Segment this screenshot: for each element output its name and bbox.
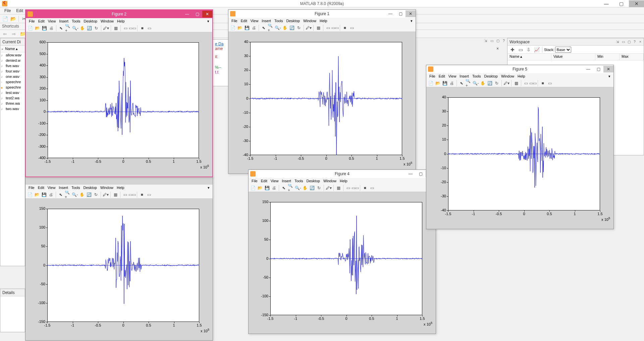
menu-tools[interactable]: Tools: [293, 179, 305, 183]
toolbar-icon[interactable]: 🖨: [448, 80, 455, 87]
file-row[interactable]: allow.wav: [0, 52, 25, 58]
toolbar-icon[interactable]: ■: [341, 25, 348, 31]
menu-edit[interactable]: Edit: [437, 74, 447, 78]
toolbar-icon[interactable]: 📄: [27, 25, 34, 32]
toolbar-icon[interactable]: ⬉: [260, 25, 267, 31]
toolbar-icon[interactable]: 🔍+: [65, 25, 71, 32]
toolbar-icon[interactable]: 💾: [264, 185, 270, 191]
menu-file[interactable]: File: [27, 186, 36, 190]
menu-help[interactable]: Help: [318, 19, 329, 23]
toolbar-icon[interactable]: 💾: [41, 191, 47, 198]
new-var-icon[interactable]: ✚: [509, 46, 516, 53]
close-button[interactable]: ✕: [603, 66, 613, 72]
menu-window[interactable]: Window: [99, 19, 115, 23]
toolbar-icon[interactable]: 🖉▾: [102, 191, 109, 198]
menu-help[interactable]: Help: [338, 179, 349, 183]
open-var-icon[interactable]: ▭: [517, 46, 524, 53]
toolbar-icon[interactable]: ▭▭: [332, 25, 338, 31]
toolbar-icon[interactable]: ■: [539, 80, 546, 87]
toolbar-icon[interactable]: 🖨: [48, 25, 55, 32]
menu-dropdown-icon[interactable]: ▾: [206, 19, 211, 23]
toolbar-icon[interactable]: ▭▭: [129, 25, 136, 32]
toolbar-icon[interactable]: ✋: [479, 80, 486, 87]
toolbar-icon[interactable]: 🔍+: [465, 80, 472, 87]
toolbar-icon[interactable]: ⬉: [57, 191, 64, 198]
menu-help[interactable]: Help: [516, 74, 527, 78]
file-row[interactable]: speechre: [0, 85, 25, 90]
figure-1-window[interactable]: Figure 1 — ▢ ✕ FileEditViewInsertToolsDe…: [228, 9, 416, 174]
menu-insert[interactable]: Insert: [458, 74, 471, 78]
toolbar-icon[interactable]: 🔄: [86, 25, 93, 32]
maximize-panel-icon[interactable]: ▢: [495, 38, 500, 43]
menu-desktop[interactable]: Desktop: [285, 19, 302, 23]
toolbar-icon[interactable]: ▭: [369, 185, 375, 191]
toolbar-icon[interactable]: ↻: [316, 185, 322, 191]
editor-doc-close[interactable]: ×: [496, 46, 499, 51]
toolbar-icon[interactable]: ▭: [523, 80, 529, 87]
undock-icon[interactable]: ⇲: [483, 38, 488, 43]
toolbar-icon[interactable]: 🔄: [486, 80, 493, 87]
menu-dropdown-icon[interactable]: ▾: [607, 74, 612, 79]
col-min[interactable]: Min: [595, 54, 620, 60]
menu-tools[interactable]: Tools: [273, 19, 285, 23]
toolbar-icon[interactable]: 🖨: [271, 185, 277, 191]
toolbar-icon[interactable]: 📄: [250, 185, 256, 191]
plot-icon[interactable]: 📈: [533, 46, 540, 53]
toolbar-icon[interactable]: 📄: [26, 191, 33, 198]
toolbar-icon[interactable]: 🔍+: [267, 25, 274, 31]
toolbar-icon[interactable]: 💾: [41, 25, 48, 32]
close-icon[interactable]: ×: [638, 40, 643, 44]
figure-5-titlebar[interactable]: Figure 5 — ▢ ✕: [426, 65, 613, 73]
menu-desktop[interactable]: Desktop: [305, 179, 322, 183]
toolbar-icon[interactable]: 🖉▾: [503, 80, 510, 87]
menu-dropdown-icon[interactable]: ▾: [409, 19, 414, 23]
toolbar-icon[interactable]: ↻: [93, 25, 100, 32]
toolbar-icon[interactable]: 🖨: [251, 25, 257, 31]
file-row[interactable]: one.wav: [0, 74, 25, 79]
menu-view[interactable]: View: [46, 19, 58, 23]
file-row[interactable]: two.wav: [0, 106, 25, 111]
col-max[interactable]: Max: [620, 54, 644, 60]
menu-window[interactable]: Window: [99, 186, 115, 190]
toolbar-icon[interactable]: 📂: [236, 25, 243, 31]
menu-edit[interactable]: Edit: [36, 186, 46, 190]
toolbar-icon[interactable]: ▭: [146, 191, 152, 198]
toolbar-icon[interactable]: 🖉▾: [103, 25, 109, 32]
toolbar-icon[interactable]: ▦: [335, 185, 342, 191]
toolbar-icon[interactable]: ▭: [122, 25, 129, 32]
toolbar-icon[interactable]: ■: [139, 191, 145, 198]
file-row[interactable]: test2.wa: [0, 95, 25, 101]
toolbar-icon[interactable]: 💾: [441, 80, 448, 87]
minimize-button[interactable]: —: [583, 66, 593, 72]
maximize-button[interactable]: ▢: [395, 10, 406, 17]
menu-tools[interactable]: Tools: [70, 186, 82, 190]
menu-file[interactable]: File: [250, 179, 259, 183]
minimize-button[interactable]: —: [406, 170, 416, 177]
menu-view[interactable]: View: [269, 179, 280, 183]
help-icon[interactable]: ?: [632, 40, 637, 44]
menu-view[interactable]: View: [447, 74, 458, 78]
menu-file[interactable]: File: [27, 19, 37, 23]
toolbar-icon[interactable]: ⬉: [280, 185, 287, 191]
toolbar-icon[interactable]: 🔄: [86, 191, 92, 198]
toolbar-icon[interactable]: 🖉▾: [305, 25, 312, 31]
close-button[interactable]: ✕: [406, 10, 416, 17]
file-column-header[interactable]: ▫Name ▴: [0, 46, 25, 52]
help-panel-icon[interactable]: ?: [501, 38, 506, 43]
toolbar-icon[interactable]: ▭: [325, 25, 331, 31]
toolbar-icon[interactable]: 🔄: [288, 25, 295, 31]
toolbar-icon[interactable]: ▭: [546, 80, 553, 87]
dock-icon[interactable]: ▭: [489, 38, 494, 43]
menu-help[interactable]: Help: [115, 19, 126, 23]
toolbar-icon[interactable]: ▭: [345, 185, 352, 191]
toolbar-icon[interactable]: ■: [362, 185, 368, 191]
toolbar-icon[interactable]: 🔍-: [294, 185, 301, 191]
toolbar-icon[interactable]: 🔍+: [287, 185, 294, 191]
figure-5-window[interactable]: Figure 5 — ▢ ✕ FileEditViewInsertToolsDe…: [426, 65, 614, 229]
forward-icon[interactable]: ⇒: [10, 30, 17, 38]
toolbar-icon[interactable]: 💾: [244, 25, 250, 31]
toolbar-icon[interactable]: 📂: [34, 191, 40, 198]
menu-insert[interactable]: Insert: [280, 179, 293, 183]
file-row[interactable]: four.wav: [0, 68, 25, 74]
menu-edit[interactable]: Edit: [239, 19, 249, 23]
